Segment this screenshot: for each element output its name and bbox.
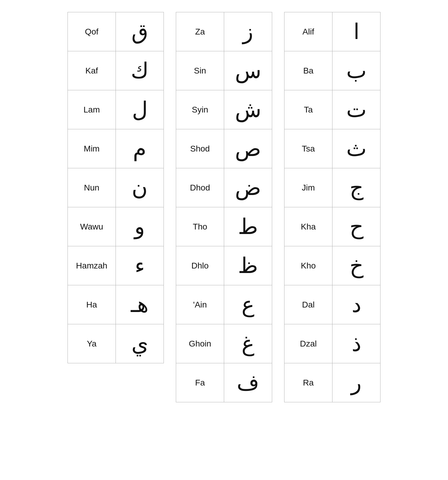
- arabic-char-cell: ا: [332, 12, 380, 51]
- arabic-char: ن: [132, 176, 148, 200]
- latin-name: Dhod: [190, 183, 210, 192]
- latin-name: 'Ain: [193, 300, 207, 309]
- arabic-char: ض: [235, 176, 261, 200]
- arabic-char: ح: [350, 214, 363, 238]
- table-row: Mimم: [68, 129, 164, 168]
- table-row: Yaي: [68, 324, 164, 363]
- latin-name-cell: Dzal: [284, 324, 332, 363]
- latin-name-cell: Kaf: [68, 51, 116, 90]
- table-row: Alifا: [284, 12, 380, 51]
- table-row: Dalد: [284, 285, 380, 324]
- arabic-char-cell: غ: [224, 324, 272, 363]
- latin-name-cell: 'Ain: [176, 285, 224, 324]
- arabic-char: ي: [131, 332, 148, 356]
- arabic-char: م: [133, 136, 146, 160]
- arabic-char-cell: ض: [224, 168, 272, 207]
- arabic-char-cell: ت: [332, 90, 380, 129]
- arabic-char: ء: [135, 254, 145, 278]
- latin-name-cell: Sin: [176, 51, 224, 90]
- arabic-char-cell: ز: [224, 12, 272, 51]
- arabic-char: ك: [131, 58, 149, 82]
- arabic-char-cell: و: [116, 207, 164, 246]
- arabic-char-cell: ش: [224, 90, 272, 129]
- latin-name: Dhlo: [191, 261, 209, 270]
- latin-name-cell: Dal: [284, 285, 332, 324]
- table-row: Shodص: [176, 129, 272, 168]
- arabic-char: ل: [132, 98, 148, 122]
- latin-name-cell: Shod: [176, 129, 224, 168]
- latin-name: Kaf: [85, 66, 98, 75]
- arabic-char: ا: [353, 20, 359, 44]
- arabic-char-cell: ق: [116, 12, 164, 51]
- latin-name: Qof: [85, 27, 98, 36]
- latin-name: Dal: [302, 300, 314, 309]
- table-row: Wawuو: [68, 207, 164, 246]
- table-row: Dzalذ: [284, 324, 380, 363]
- table-row: Raر: [284, 363, 380, 402]
- arabic-char-cell: هـ: [116, 285, 164, 324]
- arabic-char-cell: ح: [332, 207, 380, 246]
- arabic-char-cell: ل: [116, 90, 164, 129]
- table-row: Zaز: [176, 12, 272, 51]
- table-row: Sinس: [176, 51, 272, 90]
- page-container: QofقKafكLamلMimمNunنWawuوHamzahءHaهـYaيZ…: [68, 12, 380, 402]
- arabic-char-cell: ج: [332, 168, 380, 207]
- table-row: Kafك: [68, 51, 164, 90]
- left-table: QofقKafكLamلMimمNunنWawuوHamzahءHaهـYaي: [68, 12, 164, 363]
- latin-name-cell: Syin: [176, 90, 224, 129]
- table-row: 'Ainع: [176, 285, 272, 324]
- latin-name-cell: Ghoin: [176, 324, 224, 363]
- arabic-char-cell: ظ: [224, 246, 272, 285]
- latin-name: Ghoin: [189, 339, 211, 348]
- arabic-char-cell: ط: [224, 207, 272, 246]
- latin-name-cell: Tsa: [284, 129, 332, 168]
- latin-name-cell: Wawu: [68, 207, 116, 246]
- arabic-char-cell: ع: [224, 285, 272, 324]
- arabic-char-cell: ث: [332, 129, 380, 168]
- latin-name-cell: Qof: [68, 12, 116, 51]
- table-row: Syinش: [176, 90, 272, 129]
- latin-name: Ta: [304, 105, 313, 114]
- table-row: Khoخ: [284, 246, 380, 285]
- arabic-char: خ: [350, 254, 363, 278]
- latin-name-cell: Jim: [284, 168, 332, 207]
- arabic-char-cell: ذ: [332, 324, 380, 363]
- arabic-char-cell: ن: [116, 168, 164, 207]
- latin-name: Tho: [193, 222, 207, 231]
- latin-name-cell: Dhod: [176, 168, 224, 207]
- table-row: Qofق: [68, 12, 164, 51]
- arabic-char: هـ: [131, 292, 149, 316]
- latin-name-cell: Ra: [284, 363, 332, 402]
- arabic-char: ج: [350, 176, 363, 200]
- latin-name: Shod: [190, 144, 210, 153]
- latin-name-cell: Ya: [68, 324, 116, 363]
- table-row: Tsaث: [284, 129, 380, 168]
- table-row: Faف: [176, 363, 272, 402]
- latin-name: Za: [195, 27, 205, 36]
- table-row: Lamل: [68, 90, 164, 129]
- latin-name: Ba: [303, 66, 313, 75]
- table-row: Haهـ: [68, 285, 164, 324]
- arabic-char-cell: س: [224, 51, 272, 90]
- table-row: Ghoinغ: [176, 324, 272, 363]
- latin-name: Tsa: [302, 144, 315, 153]
- latin-name-cell: Fa: [176, 363, 224, 402]
- arabic-char-cell: ر: [332, 363, 380, 402]
- table-row: Jimج: [284, 168, 380, 207]
- latin-name: Jim: [302, 183, 315, 192]
- latin-name-cell: Hamzah: [68, 246, 116, 285]
- latin-name-cell: Lam: [68, 90, 116, 129]
- latin-name: Hamzah: [76, 261, 107, 270]
- latin-name-cell: Alif: [284, 12, 332, 51]
- table-row: Taت: [284, 90, 380, 129]
- latin-name-cell: Dhlo: [176, 246, 224, 285]
- arabic-char: ذ: [352, 332, 361, 356]
- arabic-char: ط: [238, 214, 258, 238]
- latin-name-cell: Za: [176, 12, 224, 51]
- arabic-char-cell: ف: [224, 363, 272, 402]
- table-row: Khaح: [284, 207, 380, 246]
- arabic-char: ظ: [238, 254, 258, 278]
- latin-name: Fa: [195, 378, 205, 387]
- arabic-char: س: [235, 58, 261, 82]
- latin-name: Dzal: [300, 339, 317, 348]
